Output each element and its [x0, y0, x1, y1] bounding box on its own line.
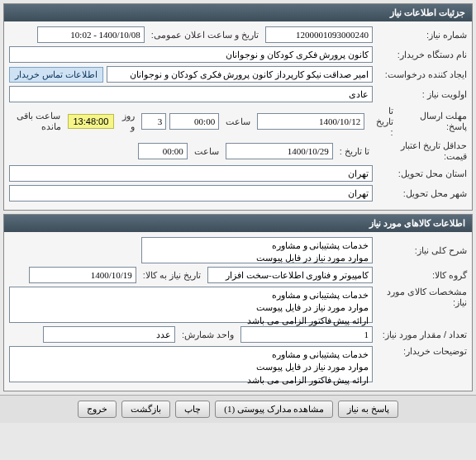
need-number-input[interactable]	[265, 26, 373, 43]
need-date-label: تاریخ نیاز به کالا:	[140, 270, 204, 281]
city-label: شهر محل تحویل:	[376, 188, 467, 199]
row-need-number: شماره نیاز: تاریخ و ساعت اعلان عمومی:	[9, 26, 467, 43]
need-details-panel: جزئیات اطلاعات نیاز شماره نیاز: تاریخ و …	[3, 3, 473, 211]
deadline-time-input[interactable]	[169, 113, 219, 130]
general-desc-label: شرح کلی نیاز:	[376, 245, 467, 256]
buyer-input[interactable]	[9, 46, 373, 63]
button-bar: پاسخ به نیاز مشاهده مدارک پیوستی (1) چاپ…	[0, 395, 476, 423]
general-desc-textarea[interactable]: خدمات پشتیبانی و مشاوره موارد مورد نیاز …	[141, 237, 373, 263]
row-deadline: مهلت ارسال پاسخ: تا تاریخ : ساعت روز و 1…	[9, 106, 467, 137]
announce-input[interactable]	[37, 26, 145, 43]
row-province: استان محل تحویل:	[9, 165, 467, 182]
deadline-date-input[interactable]	[257, 113, 364, 130]
to-date-label-2: تا تاریخ :	[336, 146, 373, 157]
priority-input[interactable]	[9, 86, 373, 102]
priority-label: اولویت نیاز :	[376, 89, 467, 100]
group-input[interactable]	[207, 267, 373, 283]
buyer-notes-textarea[interactable]: خدمات پشتیبانی و مشاوره موارد مورد نیاز …	[9, 346, 373, 382]
days-input[interactable]	[141, 113, 166, 130]
requester-input[interactable]	[107, 66, 373, 83]
qty-input[interactable]	[240, 326, 373, 343]
row-priority: اولویت نیاز :	[9, 86, 467, 102]
need-date-input[interactable]	[29, 267, 136, 283]
row-spec: مشخصات کالای مورد نیاز: خدمات پشتیبانی و…	[9, 287, 467, 323]
province-input[interactable]	[9, 165, 373, 182]
remaining-label: ساعت باقی مانده	[9, 111, 64, 132]
requester-label: ایجاد کننده درخواست:	[376, 69, 467, 80]
row-general-desc: شرح کلی نیاز: خدمات پشتیبانی و مشاوره مو…	[9, 237, 467, 263]
qty-label: تعداد / مقدار مورد نیاز:	[376, 330, 467, 340]
row-min-validity: حداقل تاریخ اعتبار قیمت: تا تاریخ : ساعت	[9, 140, 467, 162]
row-buyer-notes: توضیحات خریدار: خدمات پشتیبانی و مشاوره …	[9, 346, 467, 382]
back-button[interactable]: بازگشت	[121, 401, 170, 418]
row-city: شهر محل تحویل:	[9, 185, 467, 202]
unit-label: واحد شمارش:	[178, 330, 237, 340]
to-date-label-1: تا تاریخ :	[368, 106, 396, 137]
buyer-label: نام دستگاه خریدار:	[376, 50, 467, 60]
print-button[interactable]: چاپ	[175, 401, 210, 418]
need-panel-header: جزئیات اطلاعات نیاز	[4, 4, 472, 21]
need-panel-body: شماره نیاز: تاریخ و ساعت اعلان عمومی: نا…	[4, 21, 472, 210]
row-qty: تعداد / مقدار مورد نیاز: واحد شمارش:	[9, 326, 467, 343]
city-input[interactable]	[9, 185, 373, 202]
min-valid-time-input[interactable]	[138, 143, 188, 159]
unit-input[interactable]	[43, 326, 175, 343]
time-label-1: ساعت	[222, 116, 254, 127]
exit-button[interactable]: خروج	[78, 401, 117, 418]
buyer-notes-label: توضیحات خریدار:	[376, 346, 467, 357]
goods-panel-header: اطلاعات کالاهای مورد نیاز	[4, 215, 472, 232]
need-panel-title: جزئیات اطلاعات نیاز	[390, 7, 465, 17]
spec-label: مشخصات کالای مورد نیاز:	[376, 287, 467, 308]
days-label: روز و	[117, 111, 138, 132]
province-label: استان محل تحویل:	[376, 168, 467, 179]
spec-textarea[interactable]: خدمات پشتیبانی و مشاوره موارد مورد نیاز …	[9, 287, 373, 323]
goods-panel-title: اطلاعات کالاهای مورد نیاز	[369, 218, 465, 228]
row-requester: ایجاد کننده درخواست: اطلاعات تماس خریدار	[9, 66, 467, 83]
row-group: گروه کالا: تاریخ نیاز به کالا:	[9, 267, 467, 283]
min-valid-label: حداقل تاریخ اعتبار قیمت:	[376, 140, 467, 162]
need-number-label: شماره نیاز:	[376, 30, 467, 40]
group-label: گروه کالا:	[376, 270, 467, 281]
announce-label: تاریخ و ساعت اعلان عمومی:	[148, 30, 262, 40]
respond-button[interactable]: پاسخ به نیاز	[338, 401, 398, 418]
goods-panel-body: شرح کلی نیاز: خدمات پشتیبانی و مشاوره مو…	[4, 232, 472, 391]
contact-buyer-link[interactable]: اطلاعات تماس خریدار	[9, 67, 103, 83]
goods-info-panel: اطلاعات کالاهای مورد نیاز شرح کلی نیاز: …	[3, 214, 473, 391]
remaining-time-box: 13:48:00	[68, 114, 115, 129]
min-valid-date-input[interactable]	[226, 143, 333, 159]
attachments-button[interactable]: مشاهده مدارک پیوستی (1)	[215, 401, 333, 418]
deadline-label: مهلت ارسال پاسخ:	[400, 111, 467, 132]
row-buyer: نام دستگاه خریدار:	[9, 46, 467, 63]
time-label-2: ساعت	[191, 146, 222, 157]
